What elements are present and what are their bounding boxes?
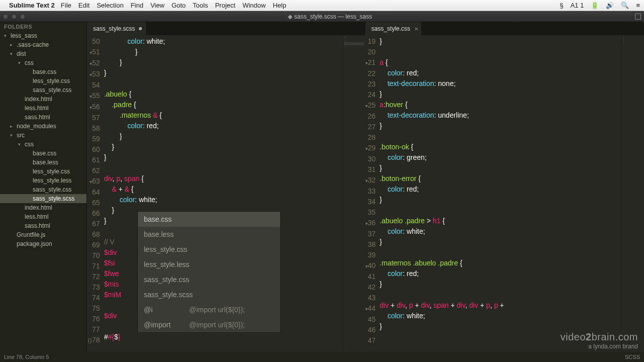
tree-item[interactable]: base.css — [0, 67, 87, 76]
watermark: video2brain.com a lynda.com brand — [560, 331, 638, 350]
menu-window[interactable]: Window — [243, 2, 266, 9]
tree-item[interactable]: index.html — [0, 95, 87, 104]
code-editor-right[interactable]: 1920▾21222324▾25262728▾293031▾32333435▾3… — [365, 35, 644, 362]
syntax-indicator[interactable]: SCSS — [625, 354, 640, 360]
tree-item[interactable]: Gruntfile.js — [0, 230, 87, 239]
tree-item[interactable]: base.css — [0, 149, 87, 158]
notifications-icon[interactable]: ≡ — [636, 2, 640, 9]
line-gutter: 1920▾21222324▾25262728▾293031▾32333435▾3… — [365, 35, 380, 362]
battery-icon[interactable]: 🔋 — [591, 2, 599, 9]
volume-icon[interactable]: 🔊 — [606, 2, 614, 9]
menu-selection[interactable]: Selection — [97, 2, 123, 9]
menu-file[interactable]: File — [61, 2, 71, 9]
tree-item[interactable]: sass.html — [0, 221, 87, 230]
menu-help[interactable]: Help — [273, 2, 286, 9]
tree-item[interactable]: ▾less_sass — [0, 31, 87, 40]
tab-sass-style-css[interactable]: sass_style.css × — [365, 22, 422, 35]
tree-item[interactable]: ▸node_modules — [0, 122, 87, 131]
tree-item[interactable]: ▾css — [0, 140, 87, 149]
autocomplete-item[interactable]: sass_style.css — [138, 272, 280, 287]
fullscreen-button[interactable] — [635, 14, 641, 20]
status-bar: Line 78, Column 5 SCSS — [0, 352, 644, 362]
tab-bar-left: sass_style.scss — [87, 22, 365, 35]
tree-item[interactable]: ▾css — [0, 58, 87, 67]
line-gutter: 50▾51▾52▾5354▾55▾56575859606162▾63646566… — [87, 35, 104, 358]
tree-item[interactable]: package.json — [0, 239, 87, 248]
spotlight-icon[interactable]: 🔍 — [621, 2, 629, 9]
status-icon-1[interactable]: § — [559, 2, 563, 9]
tree-item[interactable]: less_style.less — [0, 176, 87, 185]
autocomplete-item[interactable]: less_style.less — [138, 257, 280, 272]
tree-item[interactable]: index.html — [0, 203, 87, 212]
autocomplete-item[interactable]: sass_style.scss — [138, 287, 280, 302]
autocomplete-item[interactable]: @i@import url(${0}); — [138, 302, 280, 317]
tab-label: sass_style.scss — [93, 25, 135, 32]
tree-item[interactable]: ▾src — [0, 131, 87, 140]
menu-goto[interactable]: Goto — [172, 2, 186, 9]
code-editor-left[interactable]: 50▾51▾52▾5354▾55▾56575859606162▾63646566… — [87, 35, 365, 358]
app-name[interactable]: Sublime Text 2 — [9, 2, 55, 9]
folders-sidebar: FOLDERS ▾less_sass▸.sass-cache▾dist▾cssb… — [0, 22, 87, 362]
close-tab-icon[interactable]: × — [415, 25, 419, 33]
editor-pane-right: sass_style.css × 1920▾21222324▾25262728▾… — [365, 22, 644, 362]
autocomplete-item[interactable]: @import@import url(${0}); — [138, 317, 280, 332]
tree-item[interactable]: sass_style.css — [0, 85, 87, 95]
mac-menubar: Sublime Text 2 File Edit Selection Find … — [0, 0, 644, 11]
tree-item[interactable]: less_style.css — [0, 76, 87, 85]
menu-find[interactable]: Find — [131, 2, 143, 9]
tree-item[interactable]: ▸.sass-cache — [0, 40, 87, 49]
tree-item[interactable]: base.less — [0, 158, 87, 167]
tree-item[interactable]: ▾dist — [0, 49, 87, 58]
tree-item[interactable]: less.html — [0, 212, 87, 221]
menu-edit[interactable]: Edit — [78, 2, 90, 9]
minimize-window-button[interactable] — [12, 14, 17, 19]
zoom-window-button[interactable] — [20, 14, 25, 19]
window-title: ◆ sass_style.scss — less_sass — [25, 13, 635, 20]
minimap[interactable]: ▬▬▬▬▬▬▬▬▬▬▬▬▬▬▬▬▬▬▬▬▬▬▬▬▬▬▬▬▬▬▬▬▬▬▬▬▬▬▬▬ — [343, 35, 365, 358]
minimap[interactable]: ▬▬▬▬▬▬▬▬▬▬▬▬▬▬▬▬▬▬▬▬▬▬▬ — [621, 35, 644, 362]
tab-label: sass_style.css — [371, 25, 410, 32]
tab-sass-style-scss[interactable]: sass_style.scss — [87, 22, 146, 35]
sidebar-header: FOLDERS — [0, 22, 87, 31]
menu-view[interactable]: View — [150, 2, 165, 9]
tab-bar-right: sass_style.css × — [365, 22, 644, 35]
autocomplete-item[interactable]: less_style.css — [138, 242, 280, 257]
autocomplete-popup[interactable]: base.cssbase.lessless_style.cssless_styl… — [137, 211, 281, 333]
close-window-button[interactable] — [3, 14, 8, 19]
tree-item[interactable]: sass.html — [0, 113, 87, 122]
autocomplete-item[interactable]: base.css — [138, 212, 280, 227]
tree-item[interactable]: less_style.css — [0, 167, 87, 176]
tree-item[interactable]: less.html — [0, 104, 87, 113]
menu-project[interactable]: Project — [215, 2, 235, 9]
cursor-position: Line 78, Column 5 — [4, 354, 49, 360]
tree-item[interactable]: sass_style.css — [0, 185, 87, 194]
editor-pane-left: sass_style.scss 50▾51▾52▾5354▾55▾5657585… — [87, 22, 365, 362]
menu-tools[interactable]: Tools — [193, 2, 208, 9]
dirty-indicator-icon — [139, 27, 142, 30]
tree-item[interactable]: sass_style.scss — [0, 194, 87, 203]
window-titlebar: ◆ sass_style.scss — less_sass — [0, 11, 644, 22]
autocomplete-item[interactable]: base.less — [138, 227, 280, 242]
status-icon-2[interactable]: A1 1 — [571, 2, 584, 9]
